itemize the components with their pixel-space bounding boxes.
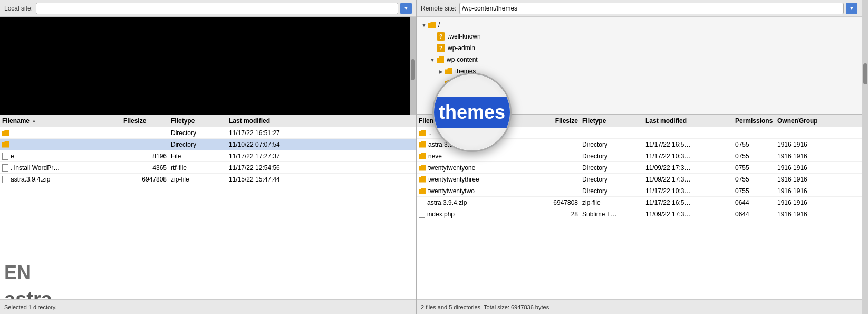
tree-item-label: / xyxy=(438,21,440,28)
tree-item-wp-content[interactable]: ▼ wp-content xyxy=(417,54,862,65)
tree-item-label: wp-content xyxy=(447,56,478,63)
cell-lastmod: 11/09/22 17:3… xyxy=(645,176,735,183)
table-row[interactable]: Directory 11/17/22 16:51:27 xyxy=(0,127,416,139)
table-row[interactable]: neve Directory 11/17/22 10:3… 0755 1916 … xyxy=(417,150,862,162)
tree-arrow: ▼ xyxy=(429,56,436,63)
local-site-dropdown[interactable]: ▼ xyxy=(400,3,412,14)
local-col-filetype[interactable]: Filetype xyxy=(171,117,229,125)
cell-filetype: Directory xyxy=(171,141,229,148)
cell-filetype: Directory xyxy=(582,187,645,195)
remote-site-input[interactable] xyxy=(459,3,844,14)
local-col-filesize[interactable]: Filesize xyxy=(123,117,171,125)
table-row[interactable]: astra.3.9.4.zip 6947808 zip-file 11/17/2… xyxy=(417,197,862,208)
cell-filesize: 4365 xyxy=(123,164,171,172)
cell-filetype: Directory xyxy=(171,129,229,137)
cell-lastmod: 11/17/22 17:27:37 xyxy=(229,153,324,160)
cell-filesize: 28 xyxy=(535,211,582,218)
tree-arrow: ▶ xyxy=(438,68,444,74)
right-scrollbar[interactable] xyxy=(862,0,868,314)
table-row[interactable]: e 8196 File 11/17/22 17:27:37 xyxy=(0,150,416,162)
overlay-astra-label: astra xyxy=(4,288,52,299)
terminal-area xyxy=(0,17,416,115)
cell-perms: 0644 xyxy=(735,199,777,206)
folder-icon xyxy=(2,130,9,136)
overlay-en-label: EN xyxy=(4,262,31,284)
right-panel: Remote site: ▼ ▼ / ▶ ? .well-known xyxy=(417,0,862,314)
cell-perms: 0755 xyxy=(735,187,777,195)
terminal-scroll-thumb xyxy=(411,59,415,80)
magnify-content: themes xyxy=(434,74,510,150)
file-icon xyxy=(2,176,8,183)
remote-site-dropdown[interactable]: ▼ xyxy=(846,3,857,14)
table-row[interactable]: astra.3.9.4.zip 6947808 zip-file 11/15/2… xyxy=(0,174,416,185)
local-site-input[interactable] xyxy=(36,3,398,14)
tree-item-label: .well-known xyxy=(448,33,481,40)
cell-owner: 1916 1916 xyxy=(777,176,830,183)
remote-file-list[interactable]: .. astra.3.9.4 Directory 11/1 xyxy=(417,127,862,299)
cell-filesize: 8196 xyxy=(123,153,171,160)
tree-item-well-known[interactable]: ▶ ? .well-known xyxy=(417,31,862,42)
local-col-filename[interactable]: Filename ▲ xyxy=(2,117,123,125)
cell-lastmod: 11/15/22 15:47:44 xyxy=(229,176,324,183)
local-file-header: Filename ▲ Filesize Filetype Last modifi… xyxy=(0,115,416,127)
table-row[interactable]: twentytwentythree Directory 11/09/22 17:… xyxy=(417,174,862,185)
file-icon xyxy=(419,211,425,218)
local-site-bar: Local site: ▼ xyxy=(0,0,416,17)
cell-perms: 0755 xyxy=(735,141,777,148)
remote-col-filesize[interactable]: Filesize xyxy=(535,117,582,125)
cell-filetype: Directory xyxy=(582,176,645,183)
remote-col-lastmod[interactable]: Last modified xyxy=(645,117,735,125)
tree-item-root[interactable]: ▼ / xyxy=(417,19,862,31)
cell-perms: 0755 xyxy=(735,164,777,172)
folder-icon xyxy=(445,68,452,74)
question-icon: ? xyxy=(437,32,445,41)
folder-icon xyxy=(419,176,426,183)
cell-filename xyxy=(2,130,123,136)
terminal-scrollbar[interactable] xyxy=(410,17,416,115)
cell-filename: twentytwentytwo xyxy=(428,187,475,195)
remote-status-bar: 2 files and 5 directories. Total size: 6… xyxy=(417,299,862,314)
cell-lastmod: 11/17/22 16:5… xyxy=(645,199,735,206)
file-icon xyxy=(2,164,8,172)
magnify-text: themes xyxy=(432,97,512,128)
remote-col-perms[interactable]: Permissions xyxy=(735,117,777,125)
folder-icon xyxy=(419,153,426,159)
cell-filename: .. xyxy=(428,129,432,137)
table-row[interactable]: Directory 11/10/22 07:07:54 xyxy=(0,139,416,150)
local-col-lastmod[interactable]: Last modified xyxy=(229,117,324,125)
cell-lastmod: 11/17/22 16:5… xyxy=(645,141,735,148)
cell-filesize: 6947808 xyxy=(123,176,171,183)
remote-site-bar: Remote site: ▼ xyxy=(417,0,862,17)
cell-owner: 1916 1916 xyxy=(777,187,830,195)
table-row[interactable]: index.php 28 Sublime T… 11/09/22 17:3… 0… xyxy=(417,208,862,220)
cell-lastmod: 11/17/22 10:3… xyxy=(645,187,735,195)
cell-lastmod: 11/09/22 17:3… xyxy=(645,164,735,172)
cell-filetype: zip-file xyxy=(582,199,645,206)
table-row[interactable]: . install WordPr… 4365 rtf-file 11/17/22… xyxy=(0,162,416,174)
table-row[interactable]: twentytwentyone Directory 11/09/22 17:3…… xyxy=(417,162,862,174)
remote-col-filetype[interactable]: Filetype xyxy=(582,117,645,125)
remote-site-label: Remote site: xyxy=(421,5,456,12)
cell-filetype: zip-file xyxy=(171,176,229,183)
cell-filetype: Directory xyxy=(582,141,645,148)
cell-filetype: rtf-file xyxy=(171,164,229,172)
cell-lastmod: 11/17/22 12:54:56 xyxy=(229,164,324,172)
cell-perms: 0644 xyxy=(735,211,777,218)
remote-status-text: 2 files and 5 directories. Total size: 6… xyxy=(421,304,549,310)
cell-filename xyxy=(2,141,123,148)
cell-owner: 1916 1916 xyxy=(777,141,830,148)
cell-filename: astra.3.9.4.zip xyxy=(427,199,467,206)
sort-arrow-filename: ▲ xyxy=(32,118,36,123)
cell-owner: 1916 1916 xyxy=(777,164,830,172)
folder-icon xyxy=(419,165,426,171)
table-row[interactable]: twentytwentytwo Directory 11/17/22 10:3…… xyxy=(417,185,862,197)
left-panel: Local site: ▼ Filename ▲ Filesize Filety… xyxy=(0,0,417,314)
cell-filetype: Directory xyxy=(582,164,645,172)
cell-filetype: Directory xyxy=(582,153,645,160)
local-file-list[interactable]: EN astra DS Directory 11/17/22 16:51:27 xyxy=(0,127,416,299)
cell-lastmod: 11/09/22 17:3… xyxy=(645,211,735,218)
file-icon xyxy=(2,153,8,160)
remote-col-owner[interactable]: Owner/Group xyxy=(777,117,830,125)
tree-item-wp-admin[interactable]: ▶ ? wp-admin xyxy=(417,42,862,54)
cell-lastmod: 11/17/22 10:3… xyxy=(645,153,735,160)
